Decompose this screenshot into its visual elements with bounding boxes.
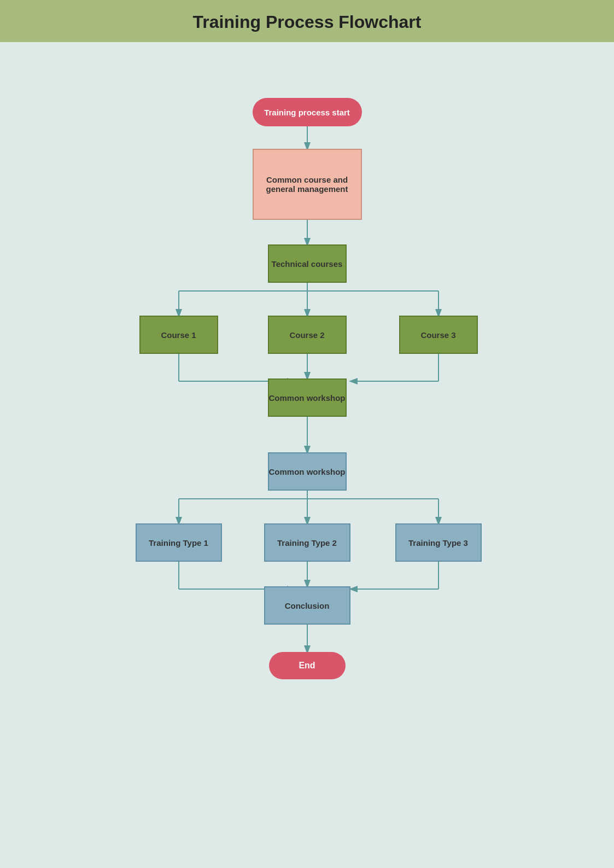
course3-node: Course 3 (399, 316, 478, 354)
common-course-node: Common course and general management (253, 149, 362, 220)
header: Training Process Flowchart (0, 0, 614, 42)
flowchart-area: Training process start Common course and… (0, 42, 614, 868)
page-title: Training Process Flowchart (0, 12, 614, 32)
training-type2-node: Training Type 2 (264, 523, 350, 562)
technical-courses-node: Technical courses (268, 244, 347, 283)
start-node: Training process start (253, 98, 362, 126)
training-type1-node: Training Type 1 (136, 523, 222, 562)
course2-node: Course 2 (268, 316, 347, 354)
common-workshop2-node: Common workshop (268, 452, 347, 491)
common-workshop1-node: Common workshop (268, 378, 347, 417)
conclusion-node: Conclusion (264, 586, 350, 625)
end-node: End (269, 652, 346, 679)
training-type3-node: Training Type 3 (395, 523, 482, 562)
course1-node: Course 1 (139, 316, 218, 354)
